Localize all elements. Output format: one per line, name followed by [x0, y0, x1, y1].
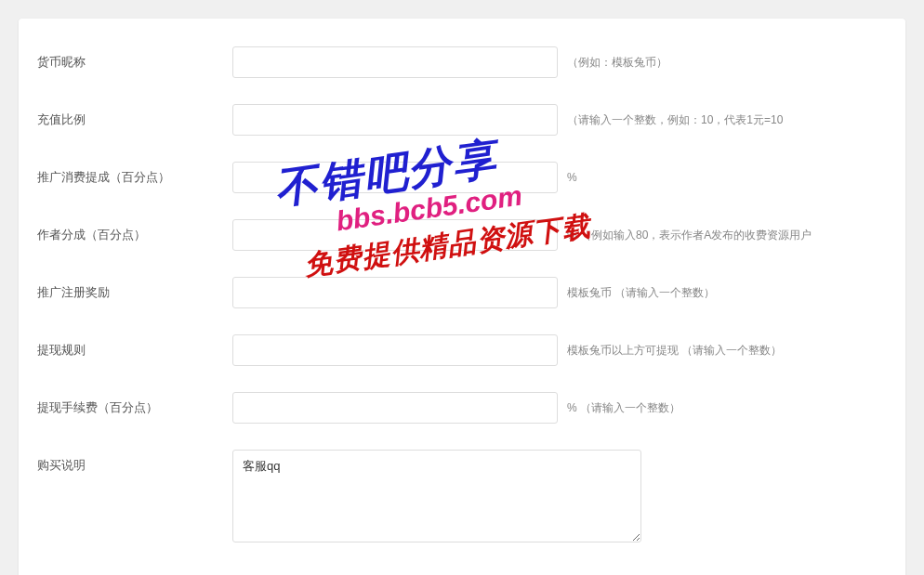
watermark-overlay: 不错吧分享 bbs.bcb5.com 免费提供精品资源下载 — [271, 119, 593, 288]
label-withdraw-fee: 提现手续费（百分点） — [37, 392, 232, 416]
settings-panel: 货币昵称 （例如：模板兔币） 充值比例 （请输入一个整数，例如：10，代表1元=… — [19, 19, 905, 575]
input-author-share[interactable] — [232, 219, 558, 251]
hint-recharge-ratio: （请输入一个整数，例如：10，代表1元=10 — [567, 112, 783, 128]
input-promotion-register-reward[interactable] — [232, 277, 558, 308]
row-author-share: 作者分成（百分点） % （例如输入80，表示作者A发布的收费资源用户 — [37, 219, 887, 251]
label-recharge-ratio: 充值比例 — [37, 104, 232, 128]
row-recharge-ratio: 充值比例 （请输入一个整数，例如：10，代表1元=10 — [37, 104, 887, 136]
control-wrap: （例如：模板兔币） — [232, 46, 887, 78]
control-wrap: % — [232, 162, 887, 193]
control-wrap: % （例如输入80，表示作者A发布的收费资源用户 — [232, 219, 887, 251]
row-purchase-description: 购买说明 客服qq — [37, 450, 887, 542]
label-promotion-register-reward: 推广注册奖励 — [37, 277, 232, 301]
input-currency-nickname[interactable] — [232, 46, 558, 78]
hint-withdraw-fee: % （请输入一个整数） — [567, 400, 680, 416]
label-withdraw-rule: 提现规则 — [37, 334, 232, 359]
hint-author-share: % （例如输入80，表示作者A发布的收费资源用户 — [567, 228, 812, 243]
row-promotion-commission: 推广消费提成（百分点） % — [37, 162, 887, 193]
control-wrap: 模板兔币以上方可提现 （请输入一个整数） — [232, 334, 887, 366]
input-promotion-commission[interactable] — [232, 162, 558, 193]
control-wrap: 模板兔币 （请输入一个整数） — [232, 277, 887, 308]
row-withdraw-fee: 提现手续费（百分点） % （请输入一个整数） — [37, 392, 887, 424]
hint-currency-nickname: （例如：模板兔币） — [567, 55, 667, 71]
input-withdraw-rule[interactable] — [232, 334, 558, 366]
textarea-purchase-description[interactable]: 客服qq — [232, 450, 641, 542]
row-withdraw-rule: 提现规则 模板兔币以上方可提现 （请输入一个整数） — [37, 334, 887, 366]
row-currency-nickname: 货币昵称 （例如：模板兔币） — [37, 46, 887, 78]
input-recharge-ratio[interactable] — [232, 104, 558, 136]
control-wrap: % （请输入一个整数） — [232, 392, 887, 424]
label-promotion-commission: 推广消费提成（百分点） — [37, 162, 232, 186]
label-currency-nickname: 货币昵称 — [37, 46, 232, 71]
label-purchase-description: 购买说明 — [37, 450, 232, 474]
row-promotion-register-reward: 推广注册奖励 模板兔币 （请输入一个整数） — [37, 277, 887, 308]
hint-promotion-register-reward: 模板兔币 （请输入一个整数） — [567, 285, 715, 301]
input-withdraw-fee[interactable] — [232, 392, 558, 424]
label-author-share: 作者分成（百分点） — [37, 219, 232, 243]
control-wrap: （请输入一个整数，例如：10，代表1元=10 — [232, 104, 887, 136]
hint-withdraw-rule: 模板兔币以上方可提现 （请输入一个整数） — [567, 343, 782, 359]
control-wrap: 客服qq — [232, 450, 887, 542]
hint-promotion-commission: % — [567, 171, 577, 184]
